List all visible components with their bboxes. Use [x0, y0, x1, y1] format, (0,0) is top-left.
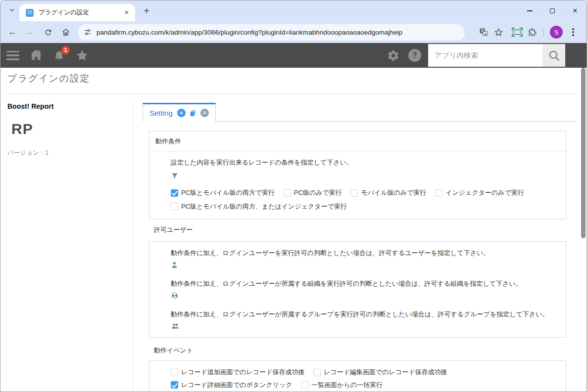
refresh-button[interactable] — [41, 25, 55, 39]
events-checkbox-row-1: レコード追加画面でのレコード保存成功後 レコード編集画面でのレコード保存成功後 — [171, 367, 560, 380]
plugin-logo: RP — [11, 121, 126, 137]
checkbox-run-pc-only[interactable]: PC版のみで実行 — [284, 187, 342, 199]
checkbox-record-detail-button-click[interactable]: レコード詳細画面でのボタンクリック — [171, 380, 293, 391]
three-dots-icon — [572, 31, 574, 33]
tab-close-icon[interactable]: × — [122, 8, 131, 17]
checkbox-icon[interactable] — [171, 381, 178, 389]
conditions-panel: 動作条件 設定した内容を実行出来るレコードの条件を指定して下さい。 PC版とモバ… — [149, 131, 566, 219]
checkbox-icon[interactable] — [171, 203, 178, 210]
browser-menu-icon[interactable] — [566, 25, 581, 40]
scrollbar-thumb[interactable] — [581, 68, 586, 238]
tab-title: プラグインの設定 — [39, 8, 122, 17]
checkbox-icon[interactable] — [350, 189, 358, 197]
screenshot-tool-icon[interactable] — [510, 25, 525, 40]
allowed-users-panel: 動作条件に加え、ログインユーザーを実行許可の判断としたい場合は、許可するユーザー… — [149, 241, 566, 338]
browser-titlebar: プラグインの設定 × + × — [0, 0, 587, 21]
allowed-group-item: 動作条件に加え、ログインユーザーが所属するグループを実行許可の判断としたい場合は… — [171, 310, 560, 331]
checkbox-icon[interactable] — [313, 369, 321, 376]
new-tab-button[interactable]: + — [140, 5, 153, 18]
profile-avatar[interactable]: S — [550, 26, 563, 39]
maximize-button[interactable] — [541, 0, 564, 21]
maximize-icon — [550, 8, 555, 13]
home-button[interactable] — [59, 25, 73, 39]
tab-setting[interactable]: Setting + ✕ — [143, 103, 216, 122]
magnifier-icon — [547, 49, 561, 62]
minimize-icon — [527, 10, 533, 11]
conditions-body: 設定した内容を実行出来るレコードの条件を指定して下さい。 PC版とモバイル版の両… — [149, 151, 566, 214]
events-body: レコード追加画面でのレコード保存成功後 レコード編集画面でのレコード保存成功後 … — [149, 361, 566, 392]
allowed-group-text: 動作条件に加え、ログインユーザーが所属するグループを実行許可の判断としたい場合は… — [171, 310, 560, 319]
events-title: 動作イベント — [154, 346, 193, 355]
allowed-user-item: 動作条件に加え、ログインユーザーを実行許可の判断としたい場合は、許可するユーザー… — [171, 249, 560, 269]
organization-icon[interactable] — [171, 292, 560, 300]
toolbar-actions: S — [476, 25, 587, 40]
notification-badge: 1 — [61, 46, 70, 54]
navbar-left: 1 — [6, 43, 89, 68]
app-search-input[interactable] — [428, 44, 542, 67]
checkbox-run-mobile-only[interactable]: モバイル版のみで実行 — [350, 187, 426, 199]
checkbox-label: モバイル版のみで実行 — [361, 187, 426, 199]
checkbox-run-injector-only[interactable]: インジェクターのみで実行 — [435, 187, 524, 199]
checkbox-list-bulk-run[interactable]: 一覧画面からの一括実行 — [301, 380, 383, 391]
browser-toolbar: ← → pandafirm.cybozu.com/k/admin/app/306… — [0, 21, 587, 43]
url-text[interactable]: pandafirm.cybozu.com/k/admin/app/3066/pl… — [97, 29, 402, 36]
page-content: プラグインの設定 Boost! Report RP バージョン：1 Settin… — [0, 68, 587, 392]
allowed-org-text: 動作条件に加え、ログインユーザーが所属する組織を実行許可の判断としたい場合は、許… — [171, 279, 560, 288]
browser-window: プラグインの設定 × + × ← → pandafirm.cybozu.com/… — [0, 0, 587, 392]
title-divider — [7, 93, 576, 94]
help-icon[interactable]: ? — [408, 49, 421, 62]
favorites-star-icon[interactable] — [75, 48, 89, 62]
toolbar-separator — [543, 28, 543, 37]
checkbox-record-edit-save-success[interactable]: レコード編集画面でのレコード保存成功後 — [313, 367, 447, 378]
checkbox-run-both-or-injector[interactable]: PC版とモバイル版の両方、またはインジェクターで実行 — [171, 201, 347, 213]
conditions-instruction: 設定した内容を実行出来るレコードの条件を指定して下さい。 — [171, 158, 560, 167]
minimize-button[interactable] — [518, 0, 541, 21]
search-button[interactable] — [542, 44, 565, 67]
tab-search-button[interactable] — [5, 4, 18, 17]
chevron-down-icon — [8, 6, 15, 15]
allowed-users-body: 動作条件に加え、ログインユーザーを実行許可の判断としたい場合は、許可するユーザー… — [149, 242, 566, 331]
site-settings-icon[interactable] — [84, 28, 92, 36]
url-bar[interactable]: pandafirm.cybozu.com/k/admin/app/3066/pl… — [78, 24, 465, 41]
remove-tab-icon[interactable]: ✕ — [200, 109, 209, 117]
extensions-icon[interactable] — [525, 25, 539, 40]
filter-icon[interactable] — [171, 172, 179, 180]
checkbox-icon[interactable] — [435, 189, 442, 197]
translate-icon[interactable] — [476, 25, 491, 40]
conditions-checkbox-row-2: PC版とモバイル版の両方、またはインジェクターで実行 — [171, 201, 560, 215]
conditions-title: 動作条件 — [149, 131, 566, 151]
page-title: プラグインの設定 — [7, 72, 90, 85]
notifications-bell-icon[interactable]: 1 — [53, 49, 65, 62]
hamburger-menu-icon[interactable] — [6, 51, 19, 60]
browser-tab[interactable]: プラグインの設定 × — [19, 4, 135, 21]
group-icon[interactable] — [171, 322, 560, 331]
allowed-users-title: 許可ユーザー — [154, 225, 193, 234]
close-button[interactable]: × — [564, 0, 587, 21]
duplicate-tab-icon[interactable] — [189, 109, 197, 117]
checkbox-label: 一覧画面からの一括実行 — [311, 380, 383, 391]
checkbox-icon[interactable] — [301, 381, 308, 389]
checkbox-label: レコード追加画面でのレコード保存成功後 — [181, 367, 304, 378]
checkbox-run-pc-and-mobile[interactable]: PC版とモバイル版の両方で実行 — [171, 187, 275, 199]
bookmark-star-icon[interactable] — [491, 25, 506, 40]
checkbox-label: レコード詳細画面でのボタンクリック — [181, 380, 293, 391]
user-icon[interactable] — [171, 261, 560, 269]
tab-favicon-icon — [26, 9, 34, 17]
checkbox-label: PC版とモバイル版の両方で実行 — [181, 187, 275, 199]
checkbox-icon[interactable] — [284, 189, 291, 197]
home-nav-icon[interactable] — [29, 48, 43, 62]
checkbox-icon[interactable] — [171, 369, 178, 376]
events-checkbox-row-2: レコード詳細画面でのボタンクリック 一覧画面からの一括実行 — [171, 380, 560, 392]
allowed-user-text: 動作条件に加え、ログインユーザーを実行許可の判断としたい場合は、許可するユーザー… — [171, 249, 560, 258]
plugin-name: Boost! Report — [7, 102, 126, 110]
checkbox-icon[interactable] — [171, 189, 178, 197]
add-tab-icon[interactable]: + — [177, 109, 186, 117]
settings-gear-icon[interactable] — [387, 49, 399, 62]
back-button[interactable]: ← — [5, 25, 19, 39]
checkbox-record-add-save-success[interactable]: レコード追加画面でのレコード保存成功後 — [171, 367, 304, 378]
conditions-checkbox-row-1: PC版とモバイル版の両方で実行 PC版のみで実行 モバイル版のみで実行 インジェ… — [171, 187, 560, 201]
screenshot-frame-icon — [512, 28, 523, 37]
page-scrollbar[interactable] — [578, 68, 587, 392]
forward-button[interactable]: → — [23, 25, 37, 39]
sidebar-divider — [133, 102, 133, 392]
